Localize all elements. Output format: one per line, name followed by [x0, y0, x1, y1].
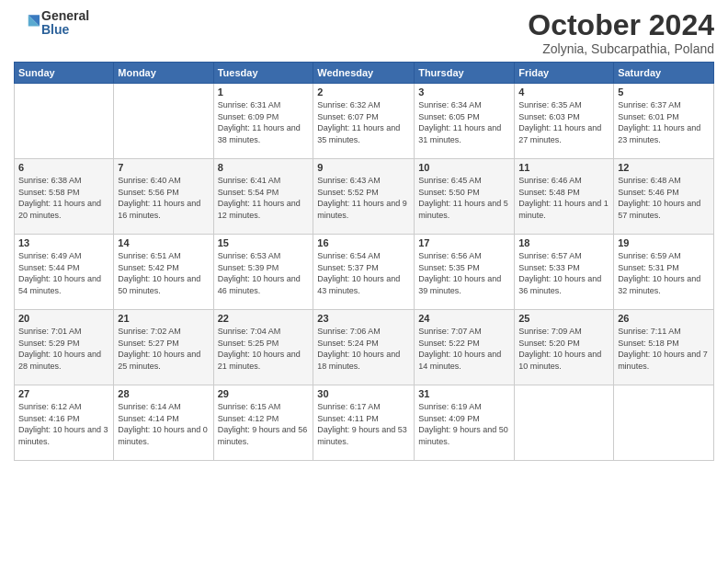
calendar-cell: 12Sunrise: 6:48 AM Sunset: 5:46 PM Dayli…: [614, 159, 714, 235]
calendar-cell: 14Sunrise: 6:51 AM Sunset: 5:42 PM Dayli…: [114, 235, 213, 310]
title-section: October 2024 Zolynia, Subcarpathia, Pola…: [528, 9, 714, 56]
calendar-week-3: 13Sunrise: 6:49 AM Sunset: 5:44 PM Dayli…: [15, 235, 714, 310]
calendar-cell: 18Sunrise: 6:57 AM Sunset: 5:33 PM Dayli…: [515, 235, 614, 310]
cell-date: 30: [317, 388, 410, 399]
calendar-cell: 28Sunrise: 6:14 AM Sunset: 4:14 PM Dayli…: [114, 385, 213, 461]
cell-date: 23: [317, 313, 410, 324]
cell-date: 26: [618, 313, 710, 324]
calendar-cell: 17Sunrise: 6:56 AM Sunset: 5:35 PM Dayli…: [415, 235, 515, 310]
cell-date: 21: [118, 313, 209, 324]
cell-info: Sunrise: 6:53 AM Sunset: 5:39 PM Dayligh…: [218, 250, 310, 296]
cell-date: 22: [218, 313, 310, 324]
calendar-cell: 9Sunrise: 6:43 AM Sunset: 5:52 PM Daylig…: [313, 159, 415, 235]
cell-info: Sunrise: 6:32 AM Sunset: 6:07 PM Dayligh…: [317, 99, 410, 145]
cell-info: Sunrise: 6:51 AM Sunset: 5:42 PM Dayligh…: [118, 250, 209, 296]
cell-date: 5: [618, 86, 710, 98]
cell-date: 31: [418, 388, 510, 399]
cell-date: 6: [18, 162, 109, 173]
cell-date: 20: [18, 313, 109, 324]
calendar-cell: 27Sunrise: 6:12 AM Sunset: 4:16 PM Dayli…: [15, 385, 114, 461]
calendar-table: Sunday Monday Tuesday Wednesday Thursday…: [14, 62, 714, 461]
calendar-cell: 7Sunrise: 6:40 AM Sunset: 5:56 PM Daylig…: [114, 159, 213, 235]
cell-date: 27: [18, 388, 109, 399]
calendar-cell: 1Sunrise: 6:31 AM Sunset: 6:09 PM Daylig…: [213, 84, 313, 159]
page-header: General Blue October 2024 Zolynia, Subca…: [14, 9, 714, 56]
cell-date: 10: [418, 162, 510, 173]
calendar-cell: 3Sunrise: 6:34 AM Sunset: 6:05 PM Daylig…: [415, 84, 515, 159]
cell-info: Sunrise: 6:14 AM Sunset: 4:14 PM Dayligh…: [118, 401, 209, 447]
cell-info: Sunrise: 6:46 AM Sunset: 5:48 PM Dayligh…: [518, 175, 609, 221]
calendar-cell: 5Sunrise: 6:37 AM Sunset: 6:01 PM Daylig…: [614, 84, 714, 159]
cell-info: Sunrise: 7:06 AM Sunset: 5:24 PM Dayligh…: [317, 326, 410, 372]
cell-info: Sunrise: 6:17 AM Sunset: 4:11 PM Dayligh…: [317, 401, 410, 447]
cell-date: 17: [418, 237, 510, 248]
cell-date: 8: [218, 162, 310, 173]
cell-info: Sunrise: 6:59 AM Sunset: 5:31 PM Dayligh…: [618, 250, 710, 296]
calendar-cell: 4Sunrise: 6:35 AM Sunset: 6:03 PM Daylig…: [515, 84, 614, 159]
cell-info: Sunrise: 6:37 AM Sunset: 6:01 PM Dayligh…: [618, 99, 710, 145]
calendar-cell: 15Sunrise: 6:53 AM Sunset: 5:39 PM Dayli…: [213, 235, 313, 310]
cell-date: 4: [518, 86, 609, 98]
calendar-cell: 29Sunrise: 6:15 AM Sunset: 4:12 PM Dayli…: [213, 385, 313, 461]
cell-info: Sunrise: 7:01 AM Sunset: 5:29 PM Dayligh…: [18, 326, 109, 372]
calendar-cell: 23Sunrise: 7:06 AM Sunset: 5:24 PM Dayli…: [313, 310, 415, 385]
calendar-cell: 30Sunrise: 6:17 AM Sunset: 4:11 PM Dayli…: [313, 385, 415, 461]
calendar-week-5: 27Sunrise: 6:12 AM Sunset: 4:16 PM Dayli…: [15, 385, 714, 461]
calendar-cell: 11Sunrise: 6:46 AM Sunset: 5:48 PM Dayli…: [515, 159, 614, 235]
cell-info: Sunrise: 6:49 AM Sunset: 5:44 PM Dayligh…: [18, 250, 109, 296]
cell-date: 16: [317, 237, 410, 248]
cell-date: 13: [18, 237, 109, 248]
calendar-cell: 10Sunrise: 6:45 AM Sunset: 5:50 PM Dayli…: [415, 159, 515, 235]
cell-date: 2: [317, 86, 410, 98]
cell-date: 11: [518, 162, 609, 173]
calendar-cell: 2Sunrise: 6:32 AM Sunset: 6:07 PM Daylig…: [313, 84, 415, 159]
cell-date: 28: [118, 388, 209, 399]
cell-info: Sunrise: 6:45 AM Sunset: 5:50 PM Dayligh…: [418, 175, 510, 221]
header-monday: Monday: [114, 63, 213, 84]
calendar-week-2: 6Sunrise: 6:38 AM Sunset: 5:58 PM Daylig…: [15, 159, 714, 235]
cell-info: Sunrise: 6:56 AM Sunset: 5:35 PM Dayligh…: [418, 250, 510, 296]
calendar-header-row: Sunday Monday Tuesday Wednesday Thursday…: [15, 63, 714, 84]
cell-info: Sunrise: 7:09 AM Sunset: 5:20 PM Dayligh…: [518, 326, 609, 372]
cell-info: Sunrise: 7:07 AM Sunset: 5:22 PM Dayligh…: [418, 326, 510, 372]
cell-info: Sunrise: 6:34 AM Sunset: 6:05 PM Dayligh…: [418, 99, 510, 145]
calendar-week-1: 1Sunrise: 6:31 AM Sunset: 6:09 PM Daylig…: [15, 84, 714, 159]
cell-date: 12: [618, 162, 710, 173]
cell-date: 1: [218, 86, 310, 98]
cell-date: 9: [317, 162, 410, 173]
location-subtitle: Zolynia, Subcarpathia, Poland: [528, 41, 714, 56]
cell-date: 14: [118, 237, 209, 248]
header-wednesday: Wednesday: [313, 63, 415, 84]
cell-date: 3: [418, 86, 510, 98]
calendar-cell: 16Sunrise: 6:54 AM Sunset: 5:37 PM Dayli…: [313, 235, 415, 310]
calendar-cell: 21Sunrise: 7:02 AM Sunset: 5:27 PM Dayli…: [114, 310, 213, 385]
cell-info: Sunrise: 6:43 AM Sunset: 5:52 PM Dayligh…: [317, 175, 410, 221]
calendar-cell: 31Sunrise: 6:19 AM Sunset: 4:09 PM Dayli…: [415, 385, 515, 461]
logo: General Blue: [14, 9, 89, 38]
logo-general-text: General: [41, 9, 89, 23]
header-thursday: Thursday: [415, 63, 515, 84]
cell-info: Sunrise: 6:41 AM Sunset: 5:54 PM Dayligh…: [218, 175, 310, 221]
logo-icon: [14, 10, 40, 36]
cell-info: Sunrise: 6:38 AM Sunset: 5:58 PM Dayligh…: [18, 175, 109, 221]
header-friday: Friday: [515, 63, 614, 84]
header-saturday: Saturday: [614, 63, 714, 84]
cell-date: 7: [118, 162, 209, 173]
calendar-cell: 8Sunrise: 6:41 AM Sunset: 5:54 PM Daylig…: [213, 159, 313, 235]
calendar-cell: 22Sunrise: 7:04 AM Sunset: 5:25 PM Dayli…: [213, 310, 313, 385]
cell-date: 19: [618, 237, 710, 248]
header-sunday: Sunday: [15, 63, 114, 84]
cell-info: Sunrise: 7:02 AM Sunset: 5:27 PM Dayligh…: [118, 326, 209, 372]
calendar-cell: [515, 385, 614, 461]
cell-info: Sunrise: 6:57 AM Sunset: 5:33 PM Dayligh…: [518, 250, 609, 296]
cell-info: Sunrise: 6:15 AM Sunset: 4:12 PM Dayligh…: [218, 401, 310, 447]
calendar-cell: 13Sunrise: 6:49 AM Sunset: 5:44 PM Dayli…: [15, 235, 114, 310]
month-title: October 2024: [528, 9, 714, 41]
cell-info: Sunrise: 6:54 AM Sunset: 5:37 PM Dayligh…: [317, 250, 410, 296]
cell-info: Sunrise: 7:04 AM Sunset: 5:25 PM Dayligh…: [218, 326, 310, 372]
cell-info: Sunrise: 6:35 AM Sunset: 6:03 PM Dayligh…: [518, 99, 609, 145]
cell-date: 24: [418, 313, 510, 324]
calendar-cell: 24Sunrise: 7:07 AM Sunset: 5:22 PM Dayli…: [415, 310, 515, 385]
calendar-cell: [614, 385, 714, 461]
cell-date: 25: [518, 313, 609, 324]
